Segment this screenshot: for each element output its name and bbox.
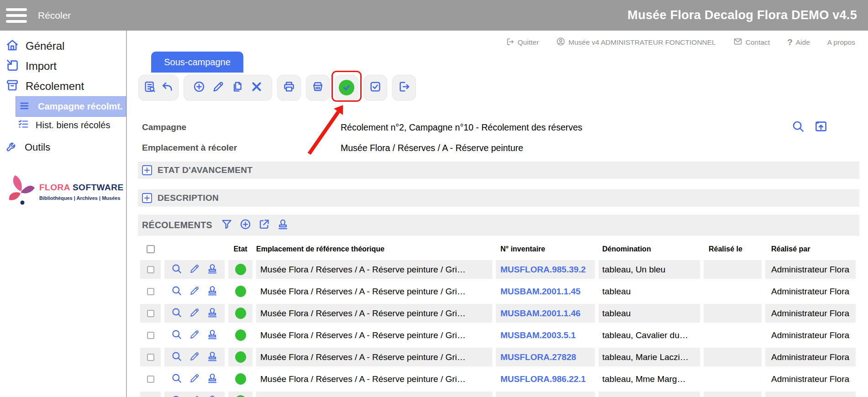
row-realise-par: Administrateur Flora (765, 304, 856, 323)
archive-box-icon (5, 78, 19, 94)
topbar: Récoler Musée Flora Decalog Flora DEMO v… (0, 0, 868, 31)
expand-plus-icon[interactable] (142, 165, 152, 175)
view-magnifier-icon[interactable] (171, 285, 183, 298)
edit-pencil-icon[interactable] (189, 350, 200, 364)
edit-pencil-icon[interactable] (189, 307, 200, 320)
sidebar-item-hist-biens-recoles[interactable]: Hist. biens récolés (0, 117, 126, 133)
edit-pencil-icon[interactable] (189, 263, 200, 277)
row-checkbox[interactable] (147, 332, 154, 339)
pencil-icon[interactable] (212, 80, 225, 95)
view-magnifier-icon[interactable] (171, 350, 183, 364)
row-checkbox[interactable] (147, 288, 154, 295)
copy-icon[interactable] (231, 80, 244, 95)
view-magnifier-icon[interactable] (171, 372, 183, 386)
row-denomination: tableau, Cavalier du… (599, 326, 700, 345)
row-inventory-link[interactable]: MUSFLORA.27828 (500, 352, 576, 362)
recolements-header: RÉCOLEMENTS (138, 214, 859, 236)
sidebar-item-general[interactable]: Général (0, 36, 126, 56)
view-magnifier-icon[interactable] (171, 329, 183, 342)
user-account-link[interactable]: Musée v4 ADMINISTRATEUR FONCTIONNEL (556, 37, 716, 48)
row-realise-par: Administrateur Flora (765, 370, 856, 388)
row-checkbox[interactable] (147, 354, 154, 361)
stamp-icon[interactable] (206, 350, 218, 364)
print-button[interactable] (277, 75, 301, 100)
sidebar-item-recolement[interactable]: Récolement (0, 76, 126, 96)
external-link-icon[interactable] (258, 218, 270, 232)
filter-funnel-icon[interactable] (221, 218, 233, 232)
header-etat: Etat (228, 245, 253, 253)
a-propos-link[interactable]: A propos (827, 38, 855, 47)
edit-pencil-icon[interactable] (189, 372, 200, 386)
header-realise-le: Réalisé le (704, 245, 762, 253)
stamp-icon[interactable] (277, 218, 289, 232)
search-icon[interactable] (791, 120, 805, 135)
quitter-link[interactable]: Quitter (506, 37, 539, 48)
section-etat-avancement[interactable]: ETAT D'AVANCEMENT (138, 162, 859, 179)
export-button[interactable] (392, 75, 416, 100)
campagne-value: Récolement n°2, Campagne n°10 - Récoleme… (341, 122, 582, 133)
section-description[interactable]: DESCRIPTION (138, 189, 859, 207)
row-denomination: tableau, Marie Laczi… (599, 348, 700, 366)
stamp-icon[interactable] (206, 394, 218, 397)
tab-sous-campagne[interactable]: Sous-campagne (151, 52, 243, 73)
select-all-checkbox[interactable] (147, 245, 155, 253)
multi-validate-button[interactable] (363, 75, 387, 100)
validate-button[interactable] (335, 75, 358, 100)
row-denomination: tableau, Mme Marg… (599, 370, 700, 388)
table-row: Musée Flora / Réserves / A - Réserve pei… (140, 260, 859, 279)
row-emplacement: Musée Flora / Réserves / A - Réserve pei… (260, 330, 466, 340)
row-realise-le (704, 370, 762, 388)
row-realise-le (704, 392, 762, 397)
sidebar-item-campagne-recolmt[interactable]: Campagne récolmt. (16, 96, 126, 117)
row-inventory-link[interactable]: MUSBAM.2001.1.45 (500, 287, 580, 297)
view-magnifier-icon[interactable] (171, 307, 183, 320)
row-denomination: tableau (599, 282, 700, 301)
view-magnifier-icon[interactable] (171, 263, 183, 277)
add-circle-icon[interactable] (239, 218, 252, 232)
row-inventory-link[interactable]: MUSFLORA.986.22.1 (500, 374, 586, 384)
row-checkbox[interactable] (147, 376, 154, 383)
sidebar: Général Import Récolement Campagne récol… (0, 31, 127, 397)
exit-icon (506, 37, 515, 48)
row-emplacement: Musée Flora / Réserves / A - Réserve pei… (260, 265, 466, 275)
view-magnifier-icon[interactable] (171, 394, 183, 397)
expand-plus-icon[interactable] (142, 193, 152, 203)
row-realise-le (704, 260, 762, 279)
add-circle-icon[interactable] (193, 80, 205, 95)
edit-pencil-icon[interactable] (189, 329, 200, 342)
checklist-icon (17, 118, 29, 132)
row-realise-le (704, 282, 762, 301)
row-inventory-link[interactable]: MUSFLORA.985.39.2 (500, 265, 586, 275)
header-inventaire: N° inventaire (496, 245, 595, 253)
sidebar-item-import[interactable]: Import (0, 56, 126, 76)
contact-link[interactable]: Contact (733, 37, 770, 48)
row-realise-par: Administrateur Flora (765, 282, 856, 301)
stamp-icon[interactable] (206, 285, 218, 298)
flora-software-logo: FLORASOFTWARE Bibliothèques | Archives |… (0, 170, 126, 210)
stamp-icon[interactable] (206, 372, 218, 386)
aide-link[interactable]: ? Aide (787, 37, 810, 47)
edit-pencil-icon[interactable] (189, 394, 200, 397)
stamp-icon[interactable] (206, 329, 218, 342)
menu-lines-icon (19, 99, 32, 114)
status-green-dot (235, 395, 246, 397)
stamp-icon[interactable] (206, 263, 218, 277)
list-search-icon[interactable] (143, 80, 156, 95)
delete-x-icon[interactable] (250, 80, 263, 95)
hamburger-menu-icon[interactable] (6, 8, 27, 23)
open-window-icon[interactable] (814, 120, 828, 135)
sidebar-item-outils[interactable]: Outils (0, 139, 126, 156)
edit-pencil-icon[interactable] (189, 285, 200, 298)
row-checkbox[interactable] (147, 310, 154, 317)
basket-icon (311, 80, 324, 95)
toolbar (138, 74, 868, 100)
undo-icon[interactable] (161, 80, 174, 95)
row-realise-le (704, 304, 762, 323)
row-inventory-link[interactable]: MUSBAM.2001.1.46 (500, 308, 580, 319)
stamp-icon[interactable] (206, 307, 218, 320)
row-inventory-link[interactable]: MUSBAM.2003.5.1 (500, 330, 576, 340)
basket-button[interactable] (306, 75, 330, 100)
logo-brand: FLORA (39, 183, 70, 192)
row-realise-le (704, 348, 762, 366)
row-checkbox[interactable] (147, 266, 154, 273)
